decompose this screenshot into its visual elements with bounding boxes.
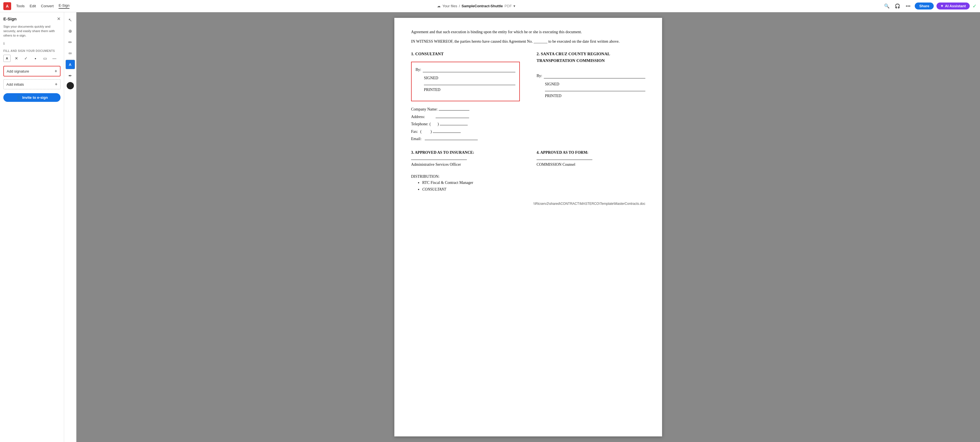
add-initials-button[interactable]: Add initials + [3, 79, 60, 89]
address-line [436, 118, 469, 118]
share-button[interactable]: Share [915, 3, 934, 10]
telephone-label: Telephone: [411, 121, 428, 128]
ai-icon: ✦ [940, 4, 943, 8]
footer-path: \\Rtcserv2\shared\CONTRACT\MASTERCO\Temp… [411, 201, 645, 206]
commission-column: 2. SANTA CRUZ COUNTY REGIONAL TRANSPORTA… [536, 51, 645, 143]
top-nav: Tools Edit Convert E-Sign [16, 3, 70, 9]
commission-by-label: By: [536, 73, 542, 79]
distribution-section: DISTRIBUTION: RTC Fiscal & Contract Mana… [411, 174, 645, 193]
approval-section: 3. APPROVED AS TO INSURANCE: Administrat… [411, 150, 645, 168]
main-layout: E-Sign ✕ Sign your documents quickly and… [0, 12, 980, 442]
form-column: 4. APPROVED AS TO FORM: COMMISSION Couns… [536, 150, 645, 168]
contact-info: Company Name: Address: Telephone: () [411, 106, 520, 143]
ai-assistant-button[interactable]: ✦ AI Assistant [937, 3, 970, 10]
filename: SampleContract-Shuttle [461, 4, 503, 8]
distribution-list: RTC Fiscal & Contract Manager CONSULTANT [422, 180, 645, 193]
pan-tool-btn[interactable]: ⊕ [65, 26, 75, 36]
printed-label-1: PRINTED [415, 87, 515, 93]
email-row: Email: [411, 135, 520, 143]
toolbar-strip: ↖ ⊕ ✏ ∞ A ✒ [64, 12, 76, 442]
topbar-center: ☁ Your files / SampleContract-Shuttle PD… [75, 4, 878, 8]
breadcrumb-files[interactable]: Your files [442, 4, 457, 8]
invite-label: Invite to e-sign [22, 96, 48, 100]
cloud-icon: ☁ [437, 4, 441, 8]
info-icon: ℹ [3, 41, 5, 45]
consultant-column: 1. CONSULTANT By: SIGNED PRINTED [411, 51, 520, 143]
invite-icon: 👤 [16, 96, 21, 100]
address-label: Address: [411, 113, 425, 121]
rect-tool-btn[interactable]: ▭ [41, 55, 49, 62]
nav-tools[interactable]: Tools [16, 4, 25, 8]
add-initials-label: Add initials [6, 82, 24, 86]
approval-row: 3. APPROVED AS TO INSURANCE: Administrat… [411, 150, 645, 168]
intro-paragraph-2: IN WITNESS WHEREOF, the parties hereto h… [411, 38, 645, 45]
esign-sidebar: E-Sign ✕ Sign your documents quickly and… [0, 12, 64, 442]
nav-edit[interactable]: Edit [30, 4, 36, 8]
by-signed-line: By: [415, 67, 515, 73]
filetype-badge: PDF [504, 4, 512, 8]
app-logo: A [3, 2, 11, 10]
fill-tools-row: A ✕ ✓ ● ▭ — [3, 55, 60, 62]
list-item: RTC Fiscal & Contract Manager [422, 180, 645, 186]
breadcrumb-separator: / [459, 4, 460, 8]
sidebar-header: E-Sign ✕ [3, 16, 60, 21]
chevron-down-icon[interactable]: ▾ [514, 4, 515, 8]
add-signature-label: Add signature [7, 69, 29, 73]
lasso-tool-btn[interactable]: ∞ [65, 49, 75, 58]
email-label: Email: [411, 135, 422, 143]
insurance-sig-line [411, 160, 467, 160]
form-sig-line [536, 160, 592, 160]
pdf-area[interactable]: Agreement and that such execution is bin… [76, 12, 980, 442]
signed-label: SIGNED [415, 75, 515, 81]
sidebar-description: Sign your documents quickly and securely… [3, 24, 60, 38]
address-row: Address: [411, 113, 520, 121]
telephone-row: Telephone: () [411, 121, 520, 128]
consultant-signature-box[interactable]: By: SIGNED PRINTED [411, 62, 520, 101]
search-icon[interactable]: 🔍 [883, 2, 891, 10]
printed-line-1 [424, 85, 515, 85]
headphone-icon[interactable]: 🎧 [894, 2, 901, 10]
consultant-heading: 1. CONSULTANT [411, 51, 520, 57]
intro-paragraph-1: Agreement and that such execution is bin… [411, 29, 645, 35]
sidebar-title: E-Sign [3, 16, 17, 21]
text-tool-btn[interactable]: A [3, 55, 11, 62]
cross-tool-btn[interactable]: ✕ [13, 55, 20, 62]
topbar-right: 🔍 🎧 ••• Share ✦ AI Assistant ✓ [883, 2, 977, 10]
pdf-page: Agreement and that such execution is bin… [395, 18, 662, 436]
telephone-line [440, 125, 468, 125]
add-signature-plus-icon: + [55, 69, 57, 74]
nav-esign[interactable]: E-Sign [59, 3, 70, 9]
check-tool-btn[interactable]: ✓ [22, 55, 30, 62]
commission-heading: 2. SANTA CRUZ COUNTY REGIONAL TRANSPORTA… [536, 51, 645, 64]
add-initials-plus-icon: + [55, 82, 57, 87]
distribution-heading: DISTRIBUTION: [411, 174, 645, 180]
annotation-tool-btn[interactable]: ✒ [65, 71, 75, 80]
insurance-column: 3. APPROVED AS TO INSURANCE: Administrat… [411, 150, 520, 168]
company-label: Company Name: [411, 106, 438, 113]
esign-tool-btn[interactable]: A [65, 60, 75, 69]
form-label: COMMISSION Counsel [536, 161, 645, 168]
commission-signed-label: SIGNED [536, 81, 645, 87]
fax-line [433, 132, 461, 133]
list-item: CONSULTANT [422, 187, 645, 193]
nav-convert[interactable]: Convert [41, 4, 54, 8]
form-heading: 4. APPROVED AS TO FORM: [536, 150, 645, 156]
add-signature-button[interactable]: Add signature + [3, 66, 60, 77]
topbar: A Tools Edit Convert E-Sign ☁ Your files… [0, 0, 980, 12]
commission-by-signed-line: By: [536, 73, 645, 79]
pencil-tool-btn[interactable]: ✏ [65, 37, 75, 47]
email-line [425, 140, 478, 140]
invite-to-esign-button[interactable]: 👤 Invite to e-sign [3, 93, 60, 102]
dot-tool-btn[interactable]: ● [32, 55, 39, 62]
color-picker-btn[interactable] [67, 82, 74, 89]
checkmark-icon: ✓ [972, 3, 977, 9]
line-tool-btn[interactable]: — [51, 55, 58, 62]
close-icon[interactable]: ✕ [57, 16, 60, 21]
insurance-label: Administrative Services Officer [411, 161, 520, 168]
select-tool-btn[interactable]: ↖ [65, 15, 75, 24]
by-label: By: [415, 67, 421, 73]
sidebar-info: ℹ [3, 41, 60, 45]
more-options-icon[interactable]: ••• [904, 2, 912, 10]
printed-label-2: PRINTED [536, 93, 645, 99]
commission-signature-area: By: SIGNED PRINTED [536, 69, 645, 107]
